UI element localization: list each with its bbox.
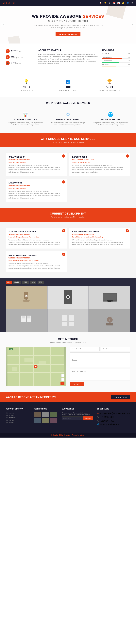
portfolio-tab-brand[interactable]: BRAND — [13, 281, 21, 284]
nav-home-icon[interactable]: 🏠 — [99, 2, 102, 4]
stat-lines-code: LINES OF CODE 60% — [102, 60, 130, 63]
teams-label: INNOVATIVE TEAMS — [50, 90, 86, 92]
nav-settings-icon[interactable]: ⚙ — [131, 2, 133, 4]
nav-trophy-icon[interactable]: 🏆 — [104, 2, 106, 4]
feature-close-icon-1[interactable]: ✕ — [62, 154, 65, 158]
portfolio-item-3[interactable] — [89, 286, 130, 308]
feature-live-link[interactable]: Share your solution with us! — [8, 188, 64, 189]
portfolio-item-5[interactable] — [48, 309, 89, 332]
nav-calendar-icon[interactable]: 📅 — [112, 2, 115, 4]
stat-fill-branding — [102, 66, 116, 66]
portfolio-item-1[interactable]: EMA — [6, 286, 47, 308]
svg-point-7 — [67, 296, 69, 298]
subscribe-button[interactable]: Subscribe! — [83, 416, 93, 420]
svg-rect-32 — [19, 347, 20, 386]
hero-highlight: SERVICES — [83, 14, 104, 18]
service-marketing: 🌐 ONLINE MARKETING Duis porttitor posuer… — [91, 109, 130, 129]
feature-expert-coder: ✕ EXPERT CODER WEB DESIGNER & DEVELOPER … — [70, 153, 130, 176]
logo-text: STARTUP — [6, 2, 15, 4]
hero-cta-button[interactable]: CONTACT US TODAY — [56, 32, 80, 36]
dev-creating-desc: We provide best and solid solution for y… — [72, 239, 128, 241]
svg-rect-30 — [8, 364, 64, 365]
svg-rect-8 — [66, 303, 70, 303]
dev-close-icon-2[interactable]: ✕ — [126, 229, 129, 232]
map-zoom-out[interactable]: − — [61, 378, 64, 381]
footer-link-5[interactable]: Link five five — [6, 422, 30, 424]
dev-digital-desc: We provide best and solid solution for y… — [8, 262, 64, 265]
portfolio-item-4[interactable] — [6, 309, 47, 332]
portfolio-tab-ppc[interactable]: PPC — [38, 281, 44, 284]
dev-close-icon-1[interactable]: ✕ — [62, 229, 65, 232]
svg-rect-21 — [62, 315, 67, 321]
feature-close-icon-3[interactable]: ✕ — [62, 180, 65, 184]
contact-form: SEND — [70, 347, 130, 386]
svg-rect-12 — [108, 302, 111, 302]
footer-link-3[interactable]: Link three three — [6, 417, 30, 418]
portfolio-item-6[interactable]: ☕ — [89, 309, 130, 332]
footer-link-4[interactable]: Link four four — [6, 420, 30, 421]
portfolio-tab-seo[interactable]: SEO — [30, 281, 36, 284]
feature-creative-detail: Quisque ut orci et neque porttitor molli… — [8, 166, 64, 173]
svg-rect-22 — [69, 315, 74, 321]
dev-success-link[interactable]: Powerful tool for your business. May be … — [8, 236, 64, 238]
nav-grid-icon[interactable]: ⊞ — [109, 2, 110, 4]
svg-point-3 — [23, 300, 30, 302]
svg-rect-33 — [33, 347, 34, 386]
nav-user-icon[interactable]: 👤 — [127, 2, 129, 4]
phone-value: +541 386 8389 — [11, 63, 20, 64]
recent-photo-3 — [50, 412, 58, 417]
nav-bell-icon[interactable]: 🔔 — [122, 2, 124, 4]
marketing-desc: Duis porttitor posuere porta. Amet, ulla… — [93, 122, 128, 126]
dev-close-icon-3[interactable]: ✕ — [62, 253, 65, 256]
why-choose-banner: WHY CHOOSE CLIENTS OUR SERVICES Powerful… — [0, 133, 136, 147]
form-send-button[interactable]: SEND — [70, 382, 84, 386]
address-label: ADDRESS: — [11, 50, 24, 51]
feature-creative-design: ✕ CREATIVE DESIGN WEB DESIGNER & DEVELOP… — [6, 153, 66, 176]
footer-phone2-value: 123/456.7890 — [100, 420, 114, 422]
feature-expert-link[interactable]: Share your solution with us! — [72, 162, 128, 163]
map-zoom-in[interactable]: + — [61, 374, 64, 377]
portfolio-tab-web[interactable]: WEB — [22, 281, 29, 284]
form-message-input[interactable] — [70, 369, 130, 380]
stat-track-branding — [102, 66, 130, 66]
form-subject-input[interactable] — [70, 352, 130, 368]
dev-digital-link[interactable]: Powerful tool for your business. May be … — [8, 260, 64, 262]
dev-creating-link[interactable]: Powerful tool for your business. May be … — [72, 236, 128, 238]
services-grid: 📊 STRATEGY & ANALYTICS Duis porttitor po… — [6, 109, 130, 129]
nav-chart-icon[interactable]: 📊 — [117, 2, 120, 4]
dev-card-success: ✕ SUCCESS IS NOT ACCIDENTAL WEB DESIGNER… — [6, 228, 66, 248]
stat-fill-programming — [102, 58, 122, 59]
footer-contact-phone1: 📞 123/456.7890 — [97, 416, 130, 418]
address-value: Clinton Lane Whites — [11, 51, 24, 53]
feature-creative-link[interactable]: Share your solution with us! — [8, 162, 64, 163]
footer-contact-email: ✉ somewhere@somewhere.com — [97, 412, 130, 415]
dev-success-subtitle: WEB DESIGNER & DEVELOPER — [8, 234, 64, 235]
footer-web-value: www.yoursite.com — [100, 423, 119, 426]
portfolio-img-placeholder-1: EMA — [6, 286, 47, 308]
stat-val-branding: 50% — [128, 64, 130, 65]
svg-rect-36 — [39, 361, 46, 364]
footer-col-photos: RECENT PHOTO — [34, 408, 58, 427]
map-pin-button[interactable]: 📍 — [60, 382, 64, 385]
hero-next-button[interactable]: › — [131, 23, 134, 26]
dev-success-title: SUCCESS IS NOT ACCIDENTAL — [8, 230, 64, 233]
main-nav: 🏠 🏆 ⊞ 📅 📊 🔔 👤 ⚙ — [99, 2, 133, 4]
join-button[interactable]: JOIN WITH US — [111, 395, 130, 400]
form-name-input[interactable] — [70, 347, 100, 351]
footer-link-1[interactable]: Link one one — [6, 412, 30, 414]
portfolio-tab-all[interactable]: ALL — [6, 281, 12, 284]
form-email-input[interactable] — [101, 347, 130, 351]
subscribe-input[interactable] — [62, 416, 83, 420]
footer-link-2[interactable]: Link two two — [6, 414, 30, 416]
stat-val-project: 85% — [128, 53, 130, 54]
portfolio-item-2[interactable] — [48, 286, 89, 308]
hero-prev-button[interactable]: ‹ — [2, 23, 5, 26]
feature-close-icon-2[interactable]: ✕ — [126, 154, 129, 158]
footer-email-value: somewhere@somewhere.com — [100, 412, 130, 415]
footer: ABOUT ET STARTUP Link one one Link two t… — [0, 402, 136, 432]
dev-success-detail: Quisque ut orci et neque porttitor molli… — [8, 241, 64, 246]
svg-rect-34 — [50, 347, 51, 386]
dev-card-creating: ✕ CREATING AWESOME THINGS WEB DESIGNER &… — [70, 228, 130, 248]
recent-photo-6 — [50, 418, 58, 423]
footer-bottom-platform: Wp.com — [80, 434, 85, 436]
